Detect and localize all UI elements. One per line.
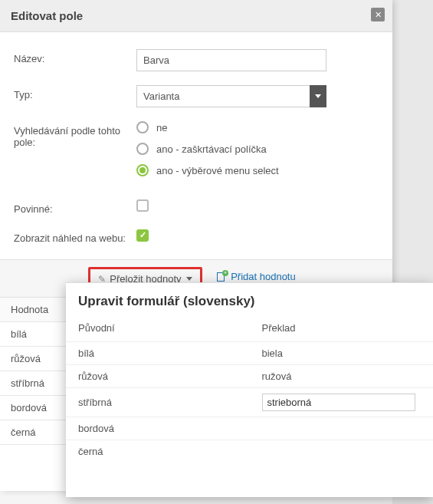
original-cell: růžová: [66, 365, 250, 388]
row-required: Povinné:: [14, 199, 379, 215]
type-value: Varianta: [136, 85, 326, 107]
dialog-header: Editovat pole ✕: [0, 0, 392, 32]
col-original: Původní: [66, 317, 250, 342]
table-row: růžováružová: [66, 365, 433, 388]
table-row: bílábiela: [66, 342, 433, 365]
original-cell: stříbrná: [66, 388, 250, 417]
radio-icon: [136, 121, 149, 133]
type-label: Typ:: [14, 85, 136, 100]
form-body: Název: Typ: Varianta Vyhledávání podle t…: [0, 32, 392, 259]
radio-label: ano - zaškrtávací políčka: [156, 143, 267, 155]
close-button[interactable]: ✕: [371, 8, 385, 21]
close-icon: ✕: [375, 10, 382, 19]
add-document-icon: +: [216, 272, 227, 282]
type-select[interactable]: Varianta: [136, 85, 326, 107]
table-row: stříbrná: [66, 388, 433, 417]
search-options: ne ano - zaškrtávací políčka ano - výběr…: [136, 121, 379, 186]
row-preview: Zobrazit náhled na webu:: [14, 229, 379, 244]
name-label: Název:: [14, 49, 136, 64]
required-checkbox[interactable]: [136, 199, 149, 212]
table-row: černá: [66, 440, 433, 463]
row-name: Název:: [14, 49, 379, 71]
add-label: Přidat hodnotu: [231, 271, 296, 282]
radio-icon: [136, 143, 149, 155]
preview-checkbox[interactable]: [136, 229, 149, 242]
required-label: Povinné:: [14, 199, 136, 215]
caret-down-icon: [186, 277, 192, 281]
original-cell: bordová: [66, 417, 250, 440]
preview-label: Zobrazit náhled na webu:: [14, 229, 136, 244]
translate-table: Původní Překlad bílábielarůžováružovástř…: [66, 317, 433, 463]
radio-label: ne: [156, 122, 167, 133]
row-search: Vyhledávání podle tohto pole: ne ano - z…: [14, 121, 379, 186]
original-cell: bílá: [66, 342, 250, 365]
translation-input[interactable]: [262, 394, 415, 411]
translation-cell[interactable]: [250, 388, 434, 417]
row-type: Typ: Varianta: [14, 85, 379, 107]
search-label: Vyhledávání podle tohto pole:: [14, 121, 136, 148]
translate-modal-title: Upravit formulář (slovensky): [66, 283, 433, 317]
translation-cell[interactable]: ružová: [250, 365, 434, 388]
translate-modal: Upravit formulář (slovensky) Původní Pře…: [66, 282, 433, 497]
radio-search-no[interactable]: ne: [136, 121, 379, 133]
original-cell: černá: [66, 440, 250, 463]
col-translation: Překlad: [250, 317, 434, 342]
table-row: bordová: [66, 417, 433, 440]
translation-cell[interactable]: [250, 440, 434, 463]
name-input[interactable]: [136, 49, 326, 71]
radio-search-select[interactable]: ano - výběrové menu select: [136, 164, 379, 176]
radio-icon: [136, 164, 149, 176]
translation-cell[interactable]: biela: [250, 342, 434, 365]
radio-label: ano - výběrové menu select: [156, 165, 279, 176]
translation-cell[interactable]: [250, 417, 434, 440]
radio-search-checkboxes[interactable]: ano - zaškrtávací políčka: [136, 143, 379, 155]
dialog-title: Editovat pole: [11, 9, 382, 22]
